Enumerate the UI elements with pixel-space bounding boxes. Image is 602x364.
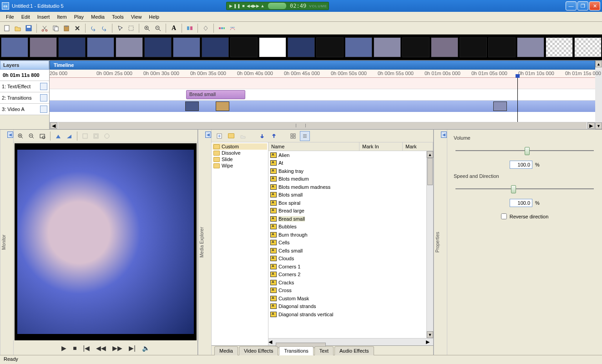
list-item[interactable]: Bread large — [268, 207, 426, 215]
list-item[interactable]: Corners 2 — [268, 271, 426, 279]
list-item[interactable]: Blots medium — [268, 175, 426, 183]
expl-move-up-button[interactable] — [269, 131, 279, 141]
menu-play[interactable]: Play — [71, 13, 87, 20]
scroll-left-button[interactable]: ◀ — [50, 122, 57, 129]
zoom-out-button[interactable] — [153, 23, 163, 33]
scroll-up-button[interactable]: ▲ — [595, 61, 602, 67]
list-item[interactable]: Diagonal strands vertical — [268, 310, 426, 318]
expl-new-button[interactable] — [214, 131, 224, 141]
mon-zoom-in-button[interactable] — [15, 131, 25, 141]
list-item[interactable]: Custom Mask — [268, 294, 426, 303]
film-frame[interactable] — [1, 37, 28, 57]
mon-safe3-button[interactable] — [102, 131, 112, 141]
mute-button[interactable]: 🔈 — [142, 344, 150, 352]
undo-button[interactable] — [88, 23, 98, 33]
col-markin[interactable]: Mark In — [359, 142, 403, 151]
film-frame[interactable] — [488, 37, 516, 57]
text-tool-button[interactable]: A — [169, 23, 179, 33]
marker-button[interactable] — [201, 23, 211, 33]
film-frame[interactable] — [58, 37, 86, 57]
film-frame[interactable] — [345, 37, 372, 57]
volume-slider[interactable] — [455, 146, 594, 155]
go-end-button[interactable]: ▶| — [129, 344, 136, 352]
mon-safe2-button[interactable] — [91, 131, 101, 141]
list-item[interactable]: Diagonal strands — [268, 303, 426, 311]
mp-pause-icon[interactable]: ❚❚ — [234, 3, 240, 9]
film-frame[interactable] — [173, 37, 200, 57]
list-item[interactable]: Blots medium madness — [268, 183, 426, 191]
mon-scope1-button[interactable] — [53, 131, 63, 141]
step-back-button[interactable]: ◀◀ — [96, 344, 106, 352]
expl-list-view-button[interactable] — [300, 131, 310, 141]
properties-collapse-button[interactable]: ◀ — [441, 131, 447, 138]
film-frame[interactable] — [202, 37, 229, 57]
effect2-button[interactable] — [228, 23, 238, 33]
tab-media[interactable]: Media — [214, 346, 238, 355]
list-scroll-up[interactable]: ▲ — [427, 151, 433, 158]
mp-next-icon[interactable]: ▶▶ — [253, 3, 259, 9]
list-item[interactable]: Alien — [268, 151, 426, 159]
effect1-button[interactable] — [217, 23, 227, 33]
menu-file[interactable]: File — [3, 13, 17, 20]
mon-safe1-button[interactable] — [80, 131, 90, 141]
film-frame[interactable] — [230, 37, 258, 57]
list-item[interactable]: Blots small — [268, 191, 426, 199]
window-maximize-button[interactable]: ❐ — [577, 1, 588, 10]
layer-row[interactable]: 3: Video A — [0, 104, 49, 115]
list-scroll-thumb[interactable] — [427, 158, 433, 185]
go-start-button[interactable]: |◀ — [83, 344, 90, 352]
scroll-right-button[interactable]: ▶ — [587, 122, 595, 129]
expl-up-folder-button[interactable] — [238, 131, 248, 141]
folder-item[interactable]: Custom — [212, 143, 267, 150]
window-close-button[interactable]: ✕ — [589, 1, 600, 10]
tab-audio-effects[interactable]: Audio Effects — [334, 346, 374, 355]
menu-item[interactable]: Item — [54, 13, 70, 20]
menu-help[interactable]: Help — [146, 13, 162, 20]
reverse-checkbox[interactable] — [501, 213, 507, 219]
list-scroll-right[interactable]: ▶ — [426, 339, 433, 345]
new-file-button[interactable] — [2, 23, 12, 33]
film-frame[interactable] — [402, 37, 430, 57]
list-item[interactable]: At — [268, 159, 426, 167]
list-v-scrollbar[interactable]: ▲ ▼ — [426, 151, 433, 338]
play-button[interactable]: ▶ — [61, 344, 66, 352]
list-scroll-down[interactable]: ▼ — [427, 331, 433, 338]
film-frame[interactable] — [460, 37, 487, 57]
film-frame[interactable] — [574, 37, 602, 57]
list-item[interactable]: Burn through — [268, 231, 426, 239]
zoom-in-button[interactable] — [142, 23, 152, 33]
mp-prev-icon[interactable]: ◀◀ — [247, 3, 253, 9]
timeline-h-scrollbar[interactable]: ◀ ▶ — [50, 122, 595, 129]
film-frame[interactable] — [259, 37, 286, 57]
list-scroll-left[interactable]: ◀ — [268, 339, 276, 345]
pointer-tool-button[interactable] — [115, 23, 125, 33]
folder-item[interactable]: Slide — [212, 156, 267, 162]
tab-transitions[interactable]: Transitions — [279, 346, 313, 355]
list-item[interactable]: Box spiral — [268, 199, 426, 207]
step-fwd-button[interactable]: ▶▶ — [112, 344, 122, 352]
menu-view[interactable]: View — [128, 13, 145, 20]
list-item[interactable]: Cross — [268, 287, 426, 295]
cut-button[interactable] — [40, 23, 50, 33]
timeline-ruler[interactable]: 20s 0000h 00m 25s 0000h 00m 30s 0000h 00… — [50, 70, 595, 78]
film-frame[interactable] — [546, 37, 573, 57]
list-item[interactable]: Cracks — [268, 278, 426, 287]
mon-fit-button[interactable] — [37, 131, 47, 141]
list-item[interactable]: Cells small — [268, 247, 426, 255]
paste-button[interactable] — [61, 23, 71, 33]
window-minimize-button[interactable]: — — [566, 1, 577, 10]
col-name[interactable]: Name — [268, 142, 359, 151]
scroll-down-button[interactable]: ▼ — [595, 122, 602, 129]
col-mark[interactable]: Mark — [403, 142, 433, 151]
menu-edit[interactable]: Edit — [18, 13, 33, 20]
mp-stop-icon[interactable]: ■ — [241, 3, 246, 9]
speed-input[interactable] — [510, 199, 532, 207]
folder-tree[interactable]: CustomDissolveSlideWipe — [212, 142, 268, 345]
film-frame[interactable] — [30, 37, 57, 57]
monitor-collapse-button[interactable]: ◀ — [7, 131, 13, 138]
layer-row[interactable]: 2: Transitions — [0, 92, 49, 104]
select-tool-button[interactable] — [126, 23, 136, 33]
menu-tools[interactable]: Tools — [109, 13, 127, 20]
save-button[interactable] — [24, 23, 34, 33]
explorer-collapse-button[interactable]: ◀ — [205, 131, 211, 138]
